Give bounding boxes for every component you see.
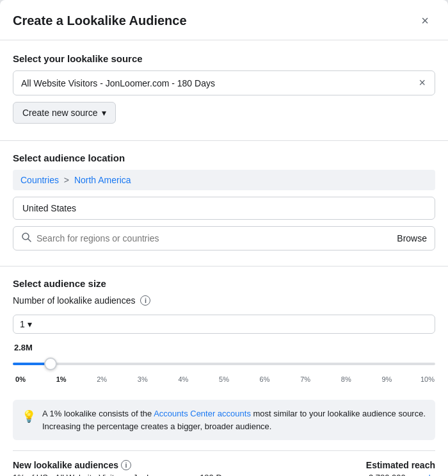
location-breadcrumb: Countries > North America [13, 170, 435, 190]
browse-link[interactable]: Browse [397, 233, 427, 243]
close-button[interactable]: × [415, 10, 435, 31]
num-audiences-info-icon: i [140, 295, 150, 306]
section-divider-1 [0, 140, 448, 141]
breadcrumb-countries-link[interactable]: Countries [20, 175, 59, 185]
svg-line-1 [28, 239, 31, 242]
size-section: Select audience size Number of lookalike… [13, 278, 435, 390]
modal-header: Create a Lookalike Audience × [0, 0, 448, 40]
source-value: All Website Visitors - JonLoomer.com - 1… [21, 78, 417, 88]
location-section-label: Select audience location [13, 152, 435, 163]
new-audiences-label: New lookalike audiences i [13, 460, 366, 470]
slider-section: 2.8M 0% 1% 2% 3% 4% 5% 6% 7% 8% [13, 343, 435, 383]
search-input[interactable] [36, 233, 397, 243]
number-dropdown-icon: ▾ [28, 319, 32, 329]
breadcrumb-separator: > [64, 175, 69, 185]
num-audiences-label: Number of lookalike audiences [13, 295, 135, 306]
tick-1: 1% [54, 375, 69, 383]
breadcrumb-current[interactable]: North America [74, 175, 131, 185]
selected-location: United States [13, 197, 435, 220]
new-audiences-info-icon: i [121, 460, 131, 470]
modal-body: Select your lookalike source All Website… [0, 40, 448, 476]
location-section: Select audience location Countries > Nor… [13, 152, 435, 263]
source-clear-button[interactable]: × [417, 76, 427, 90]
source-section: Select your lookalike source All Website… [13, 53, 435, 138]
tick-3: 3% [135, 375, 150, 383]
search-icon [21, 232, 31, 245]
search-row: Browse [13, 226, 435, 250]
slider-value-label: 2.8M [14, 343, 435, 352]
size-section-label: Select audience size [13, 278, 435, 289]
tick-4: 4% [175, 375, 191, 383]
number-select[interactable]: 1 ▾ [13, 315, 435, 334]
tick-8: 8% [339, 375, 354, 383]
number-value: 1 [20, 319, 25, 329]
create-new-source-label: Create new source [22, 108, 98, 118]
info-box: 💡 A 1% lookalike consists of the Account… [13, 400, 435, 440]
tick-6: 6% [257, 375, 273, 383]
num-audiences-row: Number of lookalike audiences i [13, 295, 435, 306]
tick-5: 5% [216, 375, 232, 383]
info-text-before: A 1% lookalike consists of the [42, 409, 154, 418]
tick-10: 10% [420, 375, 435, 383]
slider-container [13, 355, 435, 373]
tick-2: 2% [94, 375, 109, 383]
audience-summary-left: New lookalike audiences i 1% of US - All… [13, 460, 366, 476]
slider-ticks: 0% 1% 2% 3% 4% 5% 6% 7% 8% 9% 10% [13, 375, 435, 383]
lightbulb-icon: 💡 [22, 408, 36, 425]
estimated-reach-label: Estimated reach [366, 460, 435, 470]
info-box-text: A 1% lookalike consists of the Accounts … [42, 407, 426, 432]
accounts-center-link[interactable]: Accounts Center accounts [154, 409, 251, 418]
modal-title: Create a Lookalike Audience [13, 13, 187, 28]
dropdown-icon: ▾ [102, 108, 106, 118]
tick-9: 9% [379, 375, 394, 383]
reach-value: 2,780,000 people [366, 473, 435, 476]
people-link[interactable]: people [410, 473, 435, 476]
section-divider-2 [0, 266, 448, 267]
tick-7: 7% [298, 375, 313, 383]
create-new-source-button[interactable]: Create new source ▾ [13, 102, 116, 124]
audience-summary-section: New lookalike audiences i 1% of US - All… [13, 450, 435, 476]
audience-summary-right: Estimated reach 2,780,000 people [366, 460, 435, 476]
create-lookalike-modal: Create a Lookalike Audience × Select you… [0, 0, 448, 476]
audience-summary-value: 1% of US - All Website Visitors - JonLoo… [13, 473, 366, 476]
source-section-label: Select your lookalike source [13, 53, 435, 64]
source-input-row: All Website Visitors - JonLoomer.com - 1… [13, 70, 435, 95]
tick-0: 0% [13, 375, 28, 383]
